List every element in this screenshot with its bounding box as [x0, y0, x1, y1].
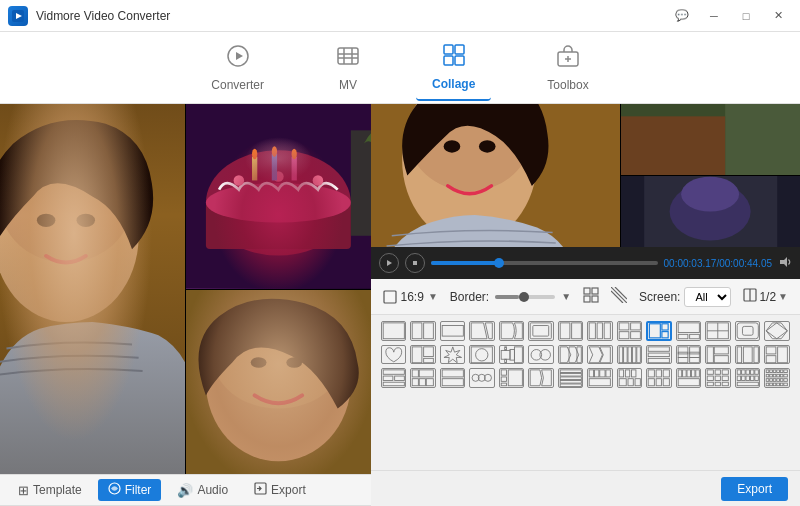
svg-rect-211: [781, 375, 784, 378]
svg-rect-150: [508, 370, 522, 386]
template-10[interactable]: [646, 321, 672, 341]
svg-rect-189: [723, 383, 729, 387]
tab-filter-label: Filter: [125, 483, 152, 497]
template-7[interactable]: [558, 321, 584, 341]
export-button[interactable]: Export: [721, 477, 788, 501]
svg-rect-124: [708, 347, 714, 363]
template-11[interactable]: [676, 321, 702, 341]
left-panel: ⊞ Template Filter 🔊 Audio: [0, 104, 371, 506]
tab-template[interactable]: ⊞ Template: [8, 480, 92, 501]
tab-audio[interactable]: 🔊 Audio: [167, 480, 238, 501]
tab-filter[interactable]: Filter: [98, 479, 162, 501]
template-14[interactable]: [764, 321, 790, 341]
template-22[interactable]: [587, 345, 613, 365]
svg-line-58: [611, 287, 627, 303]
template-39[interactable]: [676, 368, 702, 388]
border-slider[interactable]: [495, 295, 555, 299]
minimize-button[interactable]: ─: [700, 6, 728, 26]
play-button[interactable]: [379, 253, 399, 273]
svg-rect-56: [584, 296, 590, 302]
svg-rect-8: [455, 56, 464, 65]
page-icon: [743, 288, 757, 305]
nav-mv[interactable]: MV: [320, 36, 376, 100]
svg-rect-159: [595, 370, 599, 377]
nav-toolbox[interactable]: Toolbox: [531, 36, 604, 100]
ratio-selector[interactable]: 16:9 ▼: [383, 290, 438, 304]
template-35[interactable]: [558, 368, 584, 388]
svg-marker-92: [767, 323, 788, 339]
template-19[interactable]: [499, 345, 525, 365]
template-12[interactable]: [705, 321, 731, 341]
close-button[interactable]: ✕: [764, 6, 792, 26]
svg-rect-205: [781, 370, 784, 373]
template-36[interactable]: [587, 368, 613, 388]
template-41[interactable]: [735, 368, 761, 388]
template-37[interactable]: [617, 368, 643, 388]
chat-button[interactable]: 💬: [668, 6, 696, 26]
template-4[interactable]: [469, 321, 495, 341]
template-1[interactable]: [381, 321, 407, 341]
svg-rect-93: [412, 347, 422, 363]
tab-export[interactable]: Export: [244, 479, 316, 501]
volume-icon[interactable]: [778, 255, 792, 272]
svg-rect-65: [424, 323, 434, 339]
template-17[interactable]: [440, 345, 466, 365]
svg-rect-220: [770, 383, 773, 386]
template-6[interactable]: [528, 321, 554, 341]
template-icon: ⊞: [18, 483, 29, 498]
screen-label: Screen:: [639, 290, 680, 304]
template-3[interactable]: [440, 321, 466, 341]
svg-rect-153: [560, 370, 581, 373]
svg-rect-83: [678, 323, 699, 333]
template-33[interactable]: [499, 368, 525, 388]
template-28[interactable]: [764, 345, 790, 365]
template-34[interactable]: [528, 368, 554, 388]
bottom-bar: Export: [371, 470, 800, 506]
svg-rect-206: [784, 370, 788, 373]
template-15[interactable]: [381, 345, 407, 365]
svg-rect-76: [619, 323, 629, 330]
template-26[interactable]: [705, 345, 731, 365]
template-21[interactable]: [558, 345, 584, 365]
template-13[interactable]: [735, 321, 761, 341]
maximize-button[interactable]: □: [732, 6, 760, 26]
template-32[interactable]: [469, 368, 495, 388]
template-16[interactable]: [410, 345, 436, 365]
border-label: Border:: [450, 290, 489, 304]
grid-icon[interactable]: [583, 287, 599, 307]
template-29[interactable]: [381, 368, 407, 388]
right-preview-top-right: [621, 104, 800, 175]
template-5[interactable]: [499, 321, 525, 341]
template-24[interactable]: [646, 345, 672, 365]
svg-rect-113: [632, 347, 636, 363]
pattern-icon[interactable]: [611, 287, 627, 307]
tab-audio-label: Audio: [197, 483, 228, 497]
template-42[interactable]: [764, 368, 790, 388]
template-23[interactable]: [617, 345, 643, 365]
template-30[interactable]: [410, 368, 436, 388]
nav-converter[interactable]: Converter: [195, 36, 280, 100]
template-18[interactable]: [469, 345, 495, 365]
template-8[interactable]: [587, 321, 613, 341]
border-control: Border: ▼: [450, 290, 571, 304]
page-value: 1/2: [759, 290, 776, 304]
template-20[interactable]: [528, 345, 554, 365]
svg-rect-185: [716, 376, 721, 380]
template-25[interactable]: [676, 345, 702, 365]
stop-button[interactable]: [405, 253, 425, 273]
svg-rect-95: [424, 358, 434, 362]
svg-rect-57: [592, 296, 598, 302]
svg-marker-152: [542, 370, 552, 386]
screen-select[interactable]: All 1 2 3: [684, 287, 731, 307]
template-40[interactable]: [705, 368, 731, 388]
svg-rect-174: [663, 379, 669, 386]
template-38[interactable]: [646, 368, 672, 388]
progress-bar[interactable]: [431, 261, 658, 265]
svg-rect-218: [784, 379, 788, 382]
template-31[interactable]: [440, 368, 466, 388]
template-9[interactable]: [617, 321, 643, 341]
svg-rect-201: [767, 370, 770, 373]
template-2[interactable]: [410, 321, 436, 341]
nav-collage[interactable]: Collage: [416, 35, 491, 101]
template-27[interactable]: [735, 345, 761, 365]
